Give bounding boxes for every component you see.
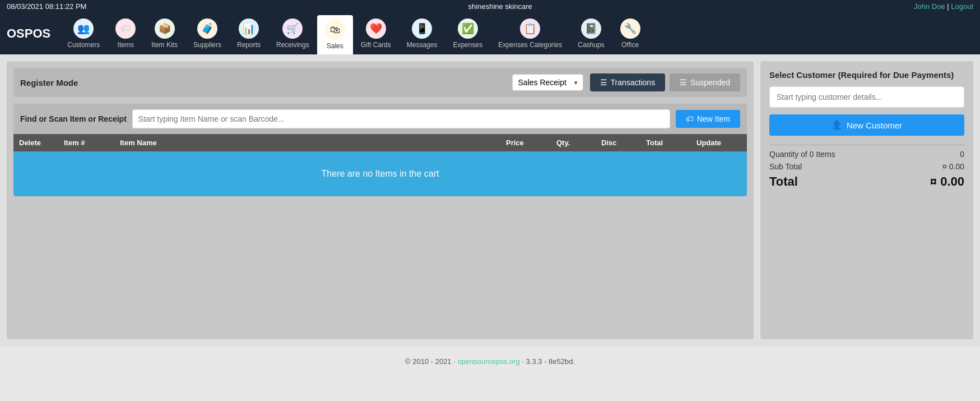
quantity-value: 0 [960, 150, 964, 159]
top-bar: 08/03/2021 08:11:22 PM shineshine skinca… [0, 0, 980, 13]
nav-item-cashups[interactable]: 📓 Cashups [570, 13, 612, 54]
expcat-label: Expenses Categories [498, 41, 562, 49]
right-panel: Select Customer (Required for Due Paymen… [760, 61, 973, 339]
main-content: Register Mode Sales Receipt Return ☰ Tra… [0, 54, 980, 346]
sales-icon: 🛍 [325, 20, 345, 40]
col-item-num: Item # [64, 139, 120, 147]
nav-item-office[interactable]: 🔧 Office [612, 13, 648, 54]
total-label: Total [769, 174, 798, 189]
giftcards-label: Gift Cards [361, 41, 391, 49]
suppliers-label: Suppliers [193, 41, 221, 49]
items-label: Items [118, 41, 134, 49]
person-icon: 👤 [832, 120, 842, 130]
register-mode-select[interactable]: Sales Receipt Return [512, 74, 583, 91]
tag-icon: 🏷 [686, 114, 694, 123]
brand-tagline: shineshine skincare [468, 2, 532, 11]
giftcards-icon: ❤️ [366, 19, 386, 39]
nav-item-expenses[interactable]: ✅ Expenses [445, 13, 490, 54]
col-delete: Delete [19, 139, 64, 147]
itemkits-label: Item Kits [151, 41, 178, 49]
nav-item-reports[interactable]: 📊 Reports [229, 13, 268, 54]
customer-section-title: Select Customer (Required for Due Paymen… [769, 70, 964, 80]
expenses-icon: ✅ [458, 19, 478, 39]
left-panel: Register Mode Sales Receipt Return ☰ Tra… [7, 61, 754, 339]
username-link[interactable]: John Doe [914, 2, 945, 11]
total-value: ¤ 0.00 [930, 174, 964, 189]
receivings-label: Receivings [276, 41, 309, 49]
footer-version: · 3.3.3 - 8e52bd. [520, 357, 575, 366]
brand-logo: OSPOS [4, 13, 59, 54]
col-disc: Disc [601, 139, 646, 147]
col-price: Price [506, 139, 556, 147]
customers-label: Customers [67, 41, 100, 49]
nav-item-items[interactable]: 🏷 Items [108, 13, 143, 54]
logout-link[interactable]: Logout [951, 2, 973, 11]
new-item-label: New Item [697, 114, 730, 123]
office-label: Office [621, 41, 639, 49]
summary-divider [769, 145, 964, 145]
expcat-icon: 📋 [520, 19, 540, 39]
nav-item-receivings[interactable]: 🛒 Receivings [268, 13, 317, 54]
new-customer-label: New Customer [847, 121, 902, 130]
new-customer-button[interactable]: 👤 New Customer [769, 114, 964, 136]
register-mode-wrapper: Sales Receipt Return [512, 74, 583, 91]
suspended-label: Suspended [690, 78, 730, 87]
subtotal-value: ¤ 0.00 [942, 162, 964, 171]
cart-area: There are no Items in the cart [13, 151, 747, 196]
register-mode-row: Register Mode Sales Receipt Return ☰ Tra… [13, 68, 747, 97]
nav-item-suppliers[interactable]: 🧳 Suppliers [185, 13, 229, 54]
messages-label: Messages [407, 41, 438, 49]
nav-item-giftcards[interactable]: ❤️ Gift Cards [353, 13, 399, 54]
register-mode-label: Register Mode [20, 78, 78, 87]
action-buttons: ☰ Transactions ☰ Suspended [590, 73, 740, 91]
nav-item-expcat[interactable]: 📋 Expenses Categories [490, 13, 570, 54]
find-item-row: Find or Scan Item or Receipt 🏷 New Item [13, 104, 747, 134]
cashups-label: Cashups [578, 41, 604, 49]
suspended-button[interactable]: ☰ Suspended [670, 73, 740, 91]
datetime: 08/03/2021 08:11:22 PM [7, 2, 86, 11]
sales-label: Sales [327, 42, 343, 50]
nav-item-itemkits[interactable]: 📦 Item Kits [143, 13, 185, 54]
transactions-icon: ☰ [600, 78, 607, 87]
receivings-icon: 🛒 [282, 19, 303, 39]
navbar: OSPOS 👥 Customers 🏷 Items 📦 Item Kits 🧳 … [0, 13, 980, 54]
nav-item-sales[interactable]: 🛍 Sales [317, 15, 353, 54]
office-icon: 🔧 [620, 19, 640, 39]
table-header: Delete Item # Item Name Price Qty. Disc … [13, 134, 747, 151]
cart-empty-message: There are no Items in the cart [322, 169, 439, 179]
find-item-input[interactable] [132, 109, 670, 128]
transactions-label: Transactions [611, 78, 656, 87]
expenses-label: Expenses [453, 41, 482, 49]
itemkits-icon: 📦 [155, 19, 175, 39]
footer-link[interactable]: opensourcepos.org [457, 357, 519, 366]
suspended-icon: ☰ [680, 78, 687, 87]
subtotal-row: Sub Total ¤ 0.00 [769, 162, 964, 171]
nav-item-messages[interactable]: 📱 Messages [399, 13, 445, 54]
cashups-icon: 📓 [581, 19, 601, 39]
customers-icon: 👥 [73, 19, 94, 39]
quantity-label: Quantity of 0 Items [769, 150, 835, 159]
new-item-button[interactable]: 🏷 New Item [676, 110, 740, 128]
find-item-label: Find or Scan Item or Receipt [20, 114, 127, 123]
reports-label: Reports [237, 41, 261, 49]
messages-icon: 📱 [412, 19, 432, 39]
col-total: Total [646, 139, 696, 147]
col-item-name: Item Name [120, 139, 506, 147]
transactions-button[interactable]: ☰ Transactions [590, 73, 666, 91]
items-icon: 🏷 [115, 19, 136, 39]
user-area: John Doe | Logout [914, 2, 973, 11]
subtotal-label: Sub Total [769, 162, 802, 171]
total-row: Total ¤ 0.00 [769, 174, 964, 189]
footer: © 2010 - 2021 · opensourcepos.org · 3.3.… [0, 346, 980, 377]
customer-search-input[interactable] [769, 86, 964, 108]
col-update: Update [696, 139, 741, 147]
footer-copyright: © 2010 - 2021 · [405, 357, 457, 366]
nav-item-customers[interactable]: 👥 Customers [59, 13, 108, 54]
reports-icon: 📊 [239, 19, 259, 39]
quantity-row: Quantity of 0 Items 0 [769, 150, 964, 159]
nav-items: 👥 Customers 🏷 Items 📦 Item Kits 🧳 Suppli… [59, 13, 976, 54]
col-qty: Qty. [556, 139, 601, 147]
suppliers-icon: 🧳 [197, 19, 217, 39]
